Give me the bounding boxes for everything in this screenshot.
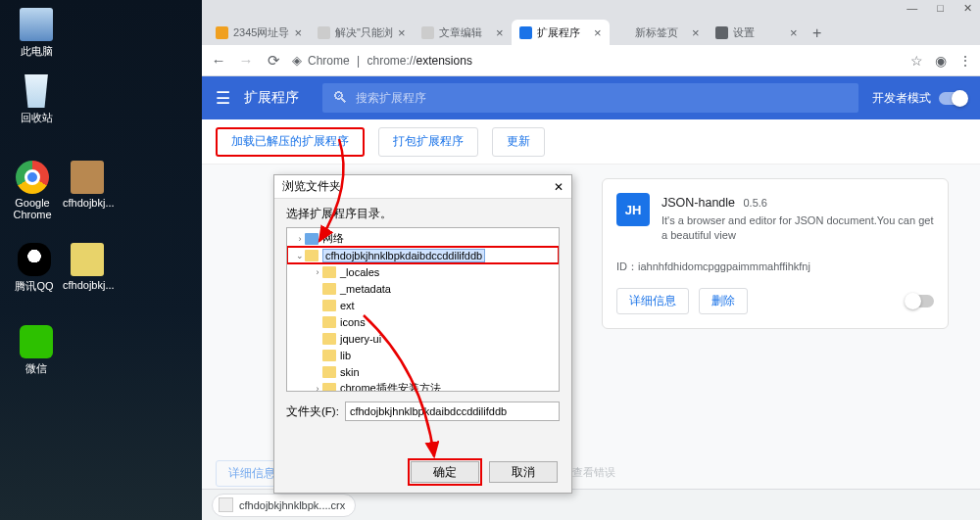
tree-row[interactable]: lib <box>287 347 559 363</box>
tree-row[interactable]: › 网络 <box>287 230 559 247</box>
developer-mode-toggle[interactable] <box>939 92 966 105</box>
tab-close-icon[interactable]: × <box>294 25 302 40</box>
folder-field-label: 文件夹(F): <box>286 404 339 419</box>
desktop: 此电脑 回收站 Google Chrome cfhdojbkj... 腾讯QQ … <box>0 0 202 520</box>
window-minimize-button[interactable]: — <box>906 2 917 14</box>
back-button[interactable]: ← <box>210 52 227 69</box>
details-button[interactable]: 详细信息 <box>616 288 689 314</box>
browser-menu-icon[interactable]: ⋮ <box>958 53 972 69</box>
desktop-icon-crx2[interactable]: cfhdojbkj... <box>63 243 112 291</box>
desktop-icon-crx1[interactable]: cfhdojbkj... <box>63 161 112 209</box>
tab-2[interactable]: 文章编辑 × <box>414 20 512 45</box>
desktop-icon-recycle[interactable]: 回收站 <box>12 74 61 125</box>
tab-favicon <box>519 26 532 39</box>
tab-title: 设置 <box>733 25 785 40</box>
tree-label: cfhdojbkjhnklbpkdaibdccddilifddb <box>322 249 485 262</box>
tab-title: 文章编辑 <box>439 25 491 40</box>
dialog-close-icon[interactable]: ✕ <box>554 180 564 194</box>
tab-close-icon[interactable]: × <box>692 25 700 40</box>
folder-name-input[interactable] <box>345 402 560 421</box>
desktop-icon-chrome[interactable]: Google Chrome <box>8 161 57 220</box>
folder-icon <box>322 366 336 378</box>
search-icon: 🔍︎ <box>332 89 348 107</box>
address-bar: ← → ⟳ ◈ Chrome | chrome://extensions ☆ ◉… <box>202 45 980 76</box>
remove-button[interactable]: 删除 <box>699 288 748 314</box>
folder-icon <box>322 383 336 393</box>
tab-close-icon[interactable]: × <box>496 25 504 40</box>
hidden-errors-link[interactable]: 查看错误 <box>572 460 615 487</box>
tab-3[interactable]: 扩展程序 × <box>512 20 610 45</box>
desktop-icon-label: Google Chrome <box>8 197 57 220</box>
tab-close-icon[interactable]: × <box>594 25 602 40</box>
extension-version: 0.5.6 <box>744 197 767 209</box>
search-wrap: 🔍︎ <box>322 83 858 113</box>
expand-icon[interactable]: › <box>295 234 305 244</box>
tree-row[interactable]: ⌄ cfhdojbkjhnklbpkdaibdccddilifddb <box>287 247 559 263</box>
pack-extension-button[interactable]: 打包扩展程序 <box>378 127 478 157</box>
profile-icon[interactable]: ◉ <box>935 53 947 69</box>
tab-5[interactable]: 设置 × <box>708 20 806 45</box>
folder-tree[interactable]: › 网络⌄ cfhdojbkjhnklbpkdaibdccddilifddb› … <box>286 227 560 392</box>
tab-close-icon[interactable]: × <box>398 25 406 40</box>
window-close-button[interactable]: ✕ <box>963 2 972 15</box>
developer-mode: 开发者模式 <box>872 90 966 107</box>
reload-button[interactable]: ⟳ <box>265 52 282 70</box>
url-text: Chrome | chrome://extensions <box>308 54 472 68</box>
new-tab-button[interactable]: + <box>806 22 829 45</box>
tab-favicon <box>318 26 330 39</box>
expand-icon[interactable]: › <box>313 267 322 277</box>
tree-label: icons <box>340 316 366 328</box>
tree-label: 网络 <box>322 231 344 246</box>
desktop-icon-computer[interactable]: 此电脑 <box>12 8 61 59</box>
omnibox[interactable]: ◈ Chrome | chrome://extensions <box>292 53 901 68</box>
extensions-body: 详细信息 删除 查看错误 JH JSON-handle 0.5.6 It's a… <box>202 165 980 489</box>
site-info-icon[interactable]: ◈ <box>292 53 302 68</box>
tab-1[interactable]: 解决"只能浏 × <box>310 20 414 45</box>
extension-logo: JH <box>616 193 650 226</box>
developer-mode-label: 开发者模式 <box>872 90 931 107</box>
expand-icon[interactable]: ⌄ <box>295 251 305 260</box>
tree-label: chrome插件安装方法 <box>340 381 441 392</box>
tree-row[interactable]: ext <box>287 297 559 313</box>
download-chip[interactable]: cfhdojbkjhnklbpk....crx <box>212 494 356 517</box>
tree-label: skin <box>340 366 360 378</box>
dialog-prompt: 选择扩展程序目录。 <box>286 207 560 221</box>
file-icon <box>219 497 233 512</box>
update-button[interactable]: 更新 <box>492 127 545 157</box>
desktop-icon-label: 回收站 <box>12 111 61 125</box>
desktop-icon-label: cfhdojbkj... <box>63 197 112 209</box>
extensions-header: ☰ 扩展程序 🔍︎ 开发者模式 <box>202 76 980 119</box>
desktop-icon-wechat[interactable]: 微信 <box>12 325 61 376</box>
tree-row[interactable]: › _locales <box>287 263 559 280</box>
tab-title: 2345网址导 <box>233 25 289 40</box>
tab-title: 扩展程序 <box>537 25 589 40</box>
desktop-icon-label: 微信 <box>12 361 61 376</box>
tree-row[interactable]: icons <box>287 313 559 330</box>
folder-icon <box>322 266 336 278</box>
tree-label: _metadata <box>340 283 391 295</box>
tree-label: _locales <box>340 266 379 278</box>
tree-row[interactable]: skin <box>287 363 559 380</box>
menu-icon[interactable]: ☰ <box>216 88 230 109</box>
desktop-icon-qq[interactable]: 腾讯QQ <box>10 243 59 294</box>
window-maximize-button[interactable]: □ <box>937 2 944 14</box>
tab-close-icon[interactable]: × <box>790 25 798 40</box>
search-input[interactable] <box>356 91 849 105</box>
folder-icon <box>322 333 336 345</box>
tree-row[interactable]: › chrome插件安装方法 <box>287 380 559 392</box>
bookmark-star-icon[interactable]: ☆ <box>910 53 923 69</box>
tab-favicon <box>617 26 630 39</box>
ok-button[interactable]: 确定 <box>411 461 479 483</box>
load-unpacked-button[interactable]: 加载已解压的扩展程序 <box>216 127 365 157</box>
folder-icon <box>322 350 336 361</box>
tab-4[interactable]: 新标签页 × <box>610 20 708 45</box>
tab-0[interactable]: 2345网址导 × <box>208 20 310 45</box>
tree-row[interactable]: jquery-ui <box>287 330 559 347</box>
cancel-button[interactable]: 取消 <box>489 461 558 483</box>
page-title: 扩展程序 <box>244 89 299 107</box>
desktop-icon-label: cfhdojbkj... <box>63 279 112 291</box>
expand-icon[interactable]: › <box>313 384 322 393</box>
forward-button[interactable]: → <box>237 52 255 69</box>
tree-row[interactable]: _metadata <box>287 280 559 297</box>
enable-toggle[interactable] <box>906 295 934 307</box>
